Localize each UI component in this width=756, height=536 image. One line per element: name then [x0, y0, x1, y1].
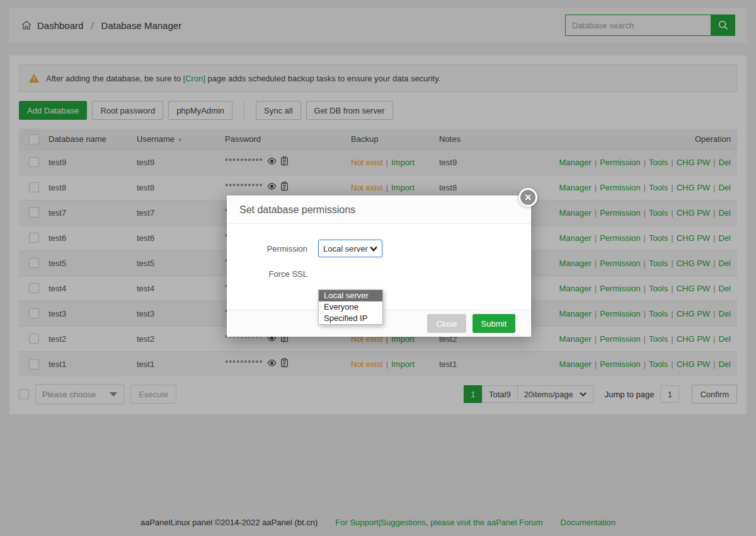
- submit-button[interactable]: Submit: [472, 314, 515, 333]
- permission-dropdown-list: Local server Everyone Specified IP: [318, 289, 383, 325]
- dropdown-option-specified-ip[interactable]: Specified IP: [319, 313, 382, 324]
- permissions-modal: ✕ Set database permissions Permission Lo…: [227, 195, 531, 337]
- permission-value: Local server: [323, 244, 368, 253]
- dropdown-option-local-server[interactable]: Local server: [319, 290, 382, 301]
- modal-title: Set database permissions: [227, 195, 531, 224]
- close-button[interactable]: Close: [427, 314, 466, 333]
- chevron-down-icon: [370, 246, 377, 252]
- dropdown-option-everyone[interactable]: Everyone: [319, 301, 382, 313]
- permission-label: Permission: [227, 244, 307, 253]
- force-ssl-label: Force SSL: [227, 269, 307, 279]
- permission-select[interactable]: Local server: [318, 240, 382, 257]
- modal-body: Permission Local server Force SSL Local …: [227, 224, 531, 309]
- close-icon[interactable]: ✕: [518, 188, 537, 207]
